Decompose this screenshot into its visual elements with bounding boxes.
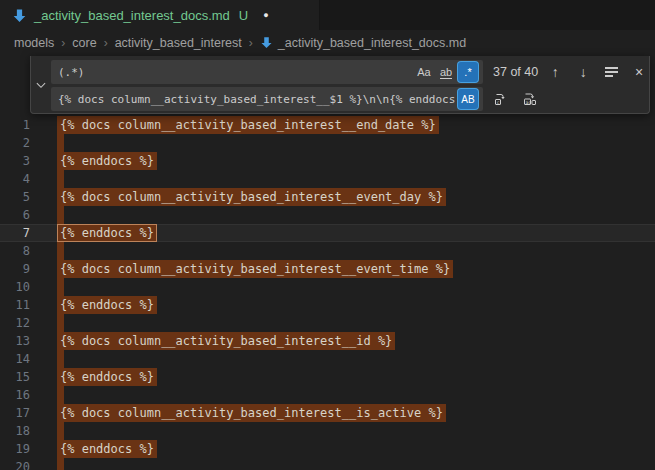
find-replace-widget: (.*) Aa ab .* 37 of 40 ↑ ↓ × {: [30, 56, 650, 114]
breadcrumb-item-folder[interactable]: activity_based_interest: [115, 36, 242, 50]
breadcrumb: models › core › activity_based_interest …: [0, 30, 655, 55]
code-line-3[interactable]: 3{% enddocs %}: [0, 152, 655, 170]
line-number: 16: [0, 386, 34, 404]
line-text: [57, 242, 64, 260]
line-number: 1: [0, 116, 34, 134]
replace-input-value: {% docs column__activity_based_interest_…: [58, 93, 456, 106]
code-line-8[interactable]: 8: [0, 242, 655, 260]
find-match-highlight: {% enddocs %}: [57, 368, 157, 386]
breadcrumb-item-core[interactable]: core: [72, 36, 96, 50]
line-text: {% docs column__activity_based_interest_…: [57, 188, 446, 206]
code-line-14[interactable]: 14: [0, 350, 655, 368]
close-find-widget-button[interactable]: ×: [628, 61, 650, 83]
line-text: {% enddocs %}: [57, 152, 157, 170]
find-match-highlight: [57, 134, 64, 152]
line-number: 10: [0, 278, 34, 296]
code-line-16[interactable]: 16: [0, 386, 655, 404]
code-line-4[interactable]: 4: [0, 170, 655, 188]
replace-all-button[interactable]: ac: [519, 88, 541, 110]
breadcrumb-item-models[interactable]: models: [14, 36, 54, 50]
code-line-1[interactable]: 1{% docs column__activity_based_interest…: [0, 116, 655, 134]
line-text: [57, 170, 64, 188]
line-number: 12: [0, 314, 34, 332]
code-line-17[interactable]: 17{% docs column__activity_based_interes…: [0, 404, 655, 422]
code-line-2[interactable]: 2: [0, 134, 655, 152]
line-text: {% enddocs %}: [57, 224, 157, 242]
line-number: 20: [0, 458, 34, 470]
markdown-file-icon: [12, 8, 27, 23]
line-text: {% docs column__activity_based_interest_…: [57, 404, 446, 422]
find-input-value: (.*): [58, 66, 412, 79]
replace-button[interactable]: c: [489, 88, 511, 110]
find-match-highlight: {% docs column__activity_based_interest_…: [57, 116, 439, 134]
regex-toggle[interactable]: .*: [458, 62, 478, 82]
breadcrumb-separator: ›: [104, 36, 108, 50]
line-text: {% enddocs %}: [57, 368, 157, 386]
editor-pane[interactable]: 1{% docs column__activity_based_interest…: [0, 55, 655, 470]
line-text: {% docs column__activity_based_interest_…: [57, 116, 439, 134]
breadcrumb-separator: ›: [249, 36, 253, 50]
find-match-highlight: [57, 206, 64, 224]
whole-word-toggle[interactable]: ab: [436, 62, 456, 82]
line-text: [57, 278, 64, 296]
line-text: [57, 314, 64, 332]
line-text: [57, 134, 64, 152]
code-line-20[interactable]: 20: [0, 458, 655, 470]
line-text: [57, 386, 64, 404]
code-line-10[interactable]: 10: [0, 278, 655, 296]
find-input[interactable]: (.*) Aa ab .*: [51, 60, 483, 84]
toggle-replace-button[interactable]: [31, 56, 51, 113]
code-line-7[interactable]: 7{% enddocs %}: [0, 224, 655, 242]
find-match-highlight: [57, 314, 64, 332]
line-number: 4: [0, 170, 34, 188]
find-match-highlight: {% enddocs %}: [57, 152, 157, 170]
code-line-19[interactable]: 19{% enddocs %}: [0, 440, 655, 458]
find-match-highlight: {% docs column__activity_based_interest_…: [57, 332, 395, 350]
code-line-18[interactable]: 18: [0, 422, 655, 440]
breadcrumb-separator: ›: [61, 36, 65, 50]
breadcrumb-item-file[interactable]: _activity_based_interest_docs.md: [260, 36, 466, 50]
git-status-badge: U: [239, 8, 248, 23]
line-number: 15: [0, 368, 34, 386]
code-area[interactable]: 1{% docs column__activity_based_interest…: [0, 116, 655, 470]
line-text: [57, 350, 64, 368]
line-number: 19: [0, 440, 34, 458]
find-row: (.*) Aa ab .* 37 of 40 ↑ ↓ ×: [51, 60, 652, 84]
line-text: {% docs column__activity_based_interest_…: [57, 260, 453, 278]
code-line-5[interactable]: 5{% docs column__activity_based_interest…: [0, 188, 655, 206]
next-match-button[interactable]: ↓: [572, 61, 594, 83]
code-line-6[interactable]: 6: [0, 206, 655, 224]
replace-icon: c: [492, 91, 508, 107]
match-count: 37 of 40: [493, 65, 538, 79]
line-text: [57, 422, 64, 440]
find-match-highlight: [57, 458, 64, 470]
modified-dot-icon[interactable]: ●: [263, 10, 268, 20]
preserve-case-toggle[interactable]: AB: [458, 89, 478, 109]
find-match-highlight: [57, 242, 64, 260]
find-match-highlight: [57, 350, 64, 368]
line-number: 3: [0, 152, 34, 170]
line-number: 9: [0, 260, 34, 278]
selection-icon: [605, 67, 618, 77]
previous-match-button[interactable]: ↑: [544, 61, 566, 83]
match-case-toggle[interactable]: Aa: [414, 62, 434, 82]
code-line-12[interactable]: 12: [0, 314, 655, 332]
line-number: 11: [0, 296, 34, 314]
find-in-selection-button[interactable]: [600, 61, 622, 83]
replace-row: {% docs column__activity_based_interest_…: [51, 87, 652, 111]
svg-text:c: c: [497, 100, 500, 105]
line-number: 13: [0, 332, 34, 350]
find-match-highlight: {% enddocs %}: [57, 296, 157, 314]
line-text: {% enddocs %}: [57, 440, 157, 458]
find-match-highlight: [57, 170, 64, 188]
code-line-15[interactable]: 15{% enddocs %}: [0, 368, 655, 386]
replace-all-icon: ac: [522, 91, 538, 107]
replace-input[interactable]: {% docs column__activity_based_interest_…: [51, 87, 483, 111]
code-line-11[interactable]: 11{% enddocs %}: [0, 296, 655, 314]
find-match-highlight: {% enddocs %}: [57, 440, 157, 458]
find-match-highlight: [57, 278, 64, 296]
code-line-9[interactable]: 9{% docs column__activity_based_interest…: [0, 260, 655, 278]
code-line-13[interactable]: 13{% docs column__activity_based_interes…: [0, 332, 655, 350]
editor-tab[interactable]: _activity_based_interest_docs.md U ●: [0, 0, 320, 30]
line-number: 8: [0, 242, 34, 260]
